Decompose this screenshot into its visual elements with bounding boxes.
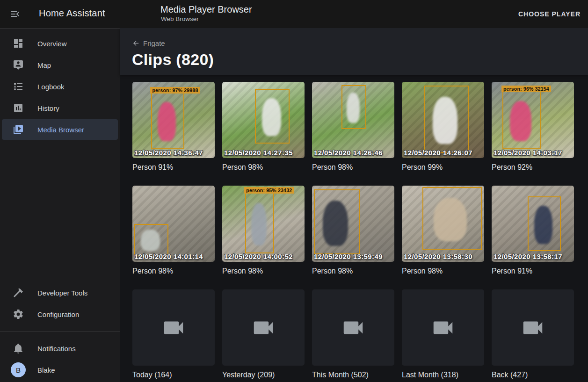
sidebar-item-notifications[interactable]: Notifications [2, 338, 118, 359]
detected-person-shape [534, 206, 552, 244]
detected-person-shape [262, 98, 281, 137]
arrow-left-icon [132, 39, 140, 47]
detection-bounding-box: person: 97% 29988 [151, 93, 184, 149]
clip-timestamp: 12/05/2020 14:27:35 [224, 149, 293, 157]
sidebar-item-label: Map [37, 61, 51, 69]
folder-card-back-427-[interactable]: Back (427) [492, 289, 574, 379]
detection-bounding-box [314, 189, 360, 254]
play-box-multiple-icon [13, 124, 24, 135]
folder-caption: Yesterday (209) [222, 371, 305, 379]
clip-thumbnail: 12/05/2020 14:01:14 [132, 186, 215, 262]
folder-thumbnail [492, 289, 574, 366]
folder-thumbnail [132, 289, 215, 366]
clip-thumbnail: 12/05/2020 13:59:49 [312, 186, 394, 262]
sidebar-item-developer-tools[interactable]: Developer Tools [2, 282, 118, 303]
detected-person-shape [158, 102, 176, 141]
clip-card[interactable]: 12/05/2020 14:26:07 Person 99% [402, 82, 484, 172]
clip-timestamp: 12/05/2020 14:26:46 [314, 149, 383, 157]
clip-card[interactable]: 12/05/2020 14:01:14 Person 98% [132, 186, 215, 275]
detected-person-shape [347, 93, 360, 123]
clip-thumbnail: 12/05/2020 14:27:35 [222, 82, 305, 158]
clip-caption: Person 92% [492, 163, 574, 172]
folder-thumbnail [312, 289, 394, 366]
breadcrumb-label: Frigate [143, 39, 165, 47]
sidebar-item-label: Overview [37, 40, 67, 48]
clip-timestamp: 12/05/2020 14:00:52 [224, 252, 293, 260]
page-title: Clips (820) [132, 50, 214, 69]
clip-caption: Person 98% [222, 267, 305, 275]
detection-tag: person: 96% 32154 [501, 86, 551, 92]
video-camera-icon [161, 315, 186, 340]
clip-timestamp: 12/05/2020 14:36:47 [134, 149, 203, 157]
sidebar-bottom-nav: Developer Tools Configuration Notificati… [0, 281, 120, 381]
detection-tag: person: 95% 23432 [244, 187, 294, 194]
detection-bounding-box [424, 86, 469, 152]
sidebar-item-configuration[interactable]: Configuration [2, 304, 118, 324]
detection-bounding-box [422, 187, 482, 250]
clip-card[interactable]: person: 96% 32154 12/05/2020 14:03:17 Pe… [492, 82, 574, 172]
user-name: Blake [37, 366, 55, 374]
folder-card-this-month-502-[interactable]: This Month (502) [312, 289, 394, 379]
detection-bounding-box: person: 95% 23432 [245, 193, 274, 253]
video-camera-icon [520, 315, 545, 340]
sidebar-item-logbook[interactable]: Logbook [2, 76, 118, 97]
detected-person-shape [433, 97, 457, 144]
clip-thumbnail: person: 96% 32154 12/05/2020 14:03:17 [492, 82, 574, 158]
chart-box-icon [13, 102, 24, 114]
clip-caption: Person 98% [132, 267, 215, 275]
clip-card[interactable]: 12/05/2020 13:58:30 Person 98% [402, 186, 484, 275]
sidebar-item-label: Logbook [37, 83, 65, 91]
clip-caption: Person 98% [312, 163, 394, 172]
clip-card[interactable]: person: 95% 23432 12/05/2020 14:00:52 Pe… [222, 186, 305, 275]
sidebar-item-user[interactable]: B Blake [2, 360, 118, 380]
folder-caption: This Month (502) [312, 371, 394, 379]
folder-caption: Today (164) [132, 371, 215, 379]
clip-timestamp: 12/05/2020 14:01:14 [134, 252, 203, 260]
menu-open-icon[interactable] [9, 8, 21, 20]
hammer-icon [13, 287, 24, 298]
detection-bounding-box [341, 85, 366, 130]
media-browser-header: Frigate Clips (820) [120, 28, 588, 75]
panel-title: Media Player Browser [160, 4, 252, 15]
sidebar: Overview Map Logbook History Media Brows… [0, 28, 120, 382]
folder-card-last-month-318-[interactable]: Last Month (318) [402, 289, 484, 379]
folder-card-today-164-[interactable]: Today (164) [132, 289, 215, 379]
detected-person-shape [251, 203, 267, 245]
video-camera-icon [251, 315, 276, 340]
clip-thumbnail: 12/05/2020 13:58:30 [402, 186, 484, 262]
clip-caption: Person 98% [312, 267, 394, 275]
clip-card[interactable]: person: 97% 29988 12/05/2020 14:36:47 Pe… [132, 82, 215, 172]
detected-person-shape [323, 201, 348, 246]
clip-card[interactable]: 12/05/2020 13:58:17 Person 91% [492, 186, 574, 275]
detection-bounding-box [134, 224, 169, 256]
clip-timestamp: 12/05/2020 14:26:07 [404, 149, 472, 157]
clip-card[interactable]: 12/05/2020 14:27:35 Person 98% [222, 82, 305, 172]
sidebar-item-media-browser[interactable]: Media Browser [2, 119, 118, 140]
clip-timestamp: 12/05/2020 14:03:17 [494, 149, 562, 157]
folder-caption: Last Month (318) [402, 371, 484, 379]
app-title: Home Assistant [39, 8, 105, 19]
panel-subtitle: Web Browser [161, 15, 199, 22]
clip-timestamp: 12/05/2020 13:58:17 [494, 252, 562, 260]
clip-caption: Person 91% [132, 163, 215, 172]
sidebar-footer-items: Developer Tools Configuration [0, 282, 120, 324]
video-camera-icon [430, 315, 456, 340]
folder-caption: Back (427) [492, 371, 574, 379]
breadcrumb-back[interactable]: Frigate [132, 39, 165, 47]
clip-caption: Person 99% [402, 163, 484, 172]
view-dashboard-icon [13, 38, 24, 49]
video-camera-icon [341, 315, 366, 340]
clip-thumbnail: 12/05/2020 13:58:17 [492, 186, 574, 262]
sidebar-item-map[interactable]: Map [2, 55, 118, 75]
sidebar-item-history[interactable]: History [2, 98, 118, 118]
sidebar-item-overview[interactable]: Overview [2, 33, 118, 54]
clip-thumbnail: person: 95% 23432 12/05/2020 14:00:52 [222, 186, 305, 262]
clip-card[interactable]: 12/05/2020 13:59:49 Person 98% [312, 186, 394, 275]
clip-card[interactable]: 12/05/2020 14:26:46 Person 98% [312, 82, 394, 172]
folder-thumbnail [222, 289, 305, 366]
sidebar-item-label: History [37, 104, 59, 112]
choose-player-button[interactable]: CHOOSE PLAYER [518, 0, 581, 28]
sidebar-item-label: Media Browser [37, 126, 84, 134]
folder-card-yesterday-209-[interactable]: Yesterday (209) [222, 289, 305, 379]
clip-timestamp: 12/05/2020 13:59:49 [314, 252, 383, 260]
